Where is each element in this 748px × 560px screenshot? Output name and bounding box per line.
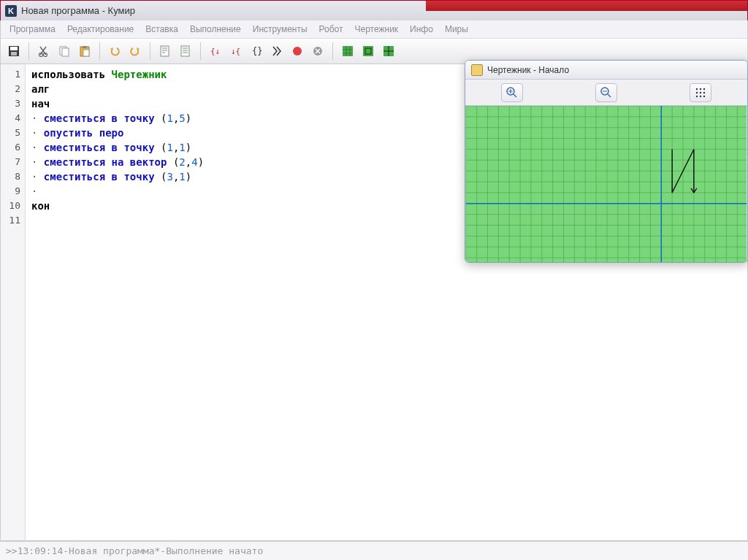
line-number: 4: [1, 111, 25, 126]
svg-text:{↓: {↓: [210, 47, 220, 56]
svg-rect-17: [343, 46, 353, 56]
svg-point-25: [703, 88, 704, 89]
status-program: Новая программа*: [69, 545, 160, 556]
copy-icon[interactable]: [56, 42, 73, 60]
line-number: 7: [1, 155, 25, 169]
status-time: 13:09:14: [18, 545, 64, 556]
svg-rect-18: [363, 46, 373, 56]
svg-point-24: [699, 88, 701, 89]
menu-программа[interactable]: Программа: [4, 22, 61, 37]
grid3-icon[interactable]: [380, 42, 397, 60]
line-gutter: 1234567891011: [1, 64, 26, 540]
svg-point-26: [695, 91, 697, 93]
svg-point-15: [293, 47, 302, 55]
status-prefix: >>: [6, 545, 18, 556]
svg-point-27: [699, 91, 701, 93]
grid-dots-icon[interactable]: [690, 83, 711, 102]
drawer-toolbar: [465, 80, 747, 106]
drawer-window[interactable]: Чертежник - Начало: [465, 60, 748, 263]
menu-чертежник[interactable]: Чертежник: [349, 22, 405, 37]
stop-icon[interactable]: [289, 42, 306, 60]
svg-rect-1: [10, 47, 18, 50]
step-over-icon[interactable]: ↓{: [227, 42, 245, 60]
grid1-icon[interactable]: [339, 42, 356, 60]
menu-инфо[interactable]: Инфо: [404, 22, 439, 37]
line-number: 10: [1, 199, 25, 213]
drawer-titlebar[interactable]: Чертежник - Начало: [465, 61, 747, 80]
svg-point-23: [695, 88, 697, 89]
redo-icon[interactable]: [126, 42, 144, 60]
line-number: 9: [1, 184, 25, 199]
save-icon[interactable]: [5, 42, 23, 60]
zoom-in-icon[interactable]: [501, 83, 523, 102]
menubar: ПрограммаРедактированиеВставкаВыполнение…: [0, 20, 748, 38]
cut-icon[interactable]: [35, 42, 53, 60]
menu-редактирование[interactable]: Редактирование: [61, 22, 140, 37]
svg-rect-6: [62, 48, 69, 56]
drawer-canvas[interactable]: [465, 106, 747, 262]
line-number: 6: [1, 140, 25, 155]
status-message: Выполнение начато: [166, 545, 263, 556]
app-icon: K: [5, 5, 17, 17]
window-title: Новая программа - Кумир: [21, 5, 135, 16]
svg-rect-11: [181, 46, 189, 56]
cancel-icon[interactable]: [309, 42, 327, 60]
doc1-icon[interactable]: [156, 42, 174, 60]
svg-rect-10: [161, 46, 169, 56]
line-number: 8: [1, 169, 25, 184]
svg-point-30: [699, 95, 701, 96]
svg-text:{}: {}: [252, 46, 262, 56]
svg-rect-9: [83, 50, 89, 56]
svg-point-31: [703, 95, 704, 96]
svg-rect-8: [83, 46, 87, 48]
svg-point-28: [703, 91, 704, 93]
line-number: 3: [1, 96, 25, 111]
line-number: 2: [1, 82, 25, 96]
line-number: 1: [1, 67, 25, 82]
run-icon[interactable]: [268, 42, 286, 60]
grid2-icon[interactable]: [359, 42, 377, 60]
svg-text:↓{: ↓{: [231, 47, 240, 56]
menu-миры[interactable]: Миры: [439, 22, 474, 37]
title-accent: [426, 1, 747, 11]
braces-icon[interactable]: {}: [248, 42, 265, 60]
doc2-icon[interactable]: [177, 42, 194, 60]
menu-вставка[interactable]: Вставка: [140, 22, 184, 37]
step-in-icon[interactable]: {↓: [207, 42, 224, 60]
svg-point-29: [695, 95, 697, 96]
menu-выполнение[interactable]: Выполнение: [184, 22, 247, 37]
status-bar: >> 13:09:14 - Новая программа* - Выполне…: [0, 541, 748, 560]
drawer-icon: [471, 64, 483, 76]
drawer-title: Чертежник - Начало: [487, 65, 569, 75]
paste-icon[interactable]: [76, 42, 94, 60]
line-number: 11: [1, 213, 25, 228]
window-titlebar: K Новая программа - Кумир: [0, 0, 748, 20]
menu-инструменты[interactable]: Инструменты: [247, 22, 313, 37]
svg-rect-2: [11, 52, 17, 55]
undo-icon[interactable]: [106, 42, 123, 60]
zoom-out-icon[interactable]: [595, 83, 617, 102]
menu-робот[interactable]: Робот: [313, 22, 349, 37]
line-number: 5: [1, 126, 25, 140]
